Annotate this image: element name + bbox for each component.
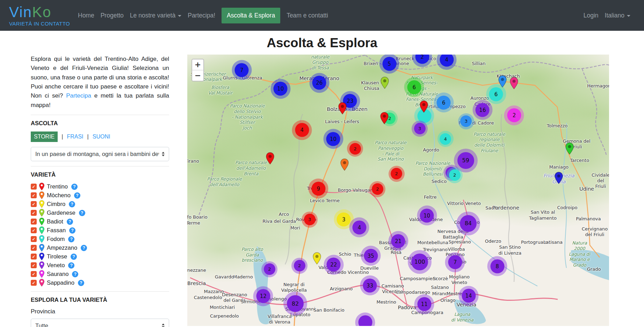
help-icon[interactable]: ? [67,219,73,225]
varieta-checkbox[interactable]: ✓ [31,184,37,190]
varieta-checkbox[interactable]: ✓ [31,210,37,216]
nav-item-partecipa[interactable]: Partecipa! [188,12,215,19]
map-cluster[interactable]: 3 [458,113,474,129]
map-cluster[interactable]: 9 [309,179,328,199]
nav-item-ascolta-esplora[interactable]: Ascolta & Esplora [222,8,280,23]
map-cluster[interactable]: 82 [283,292,307,315]
map-cluster[interactable]: 7 [445,252,465,272]
map-pin[interactable] [340,158,349,172]
varieta-checkbox[interactable]: ✓ [31,245,37,251]
map-cluster-count: 4 [440,133,451,145]
brand-logo[interactable]: VinKo VARIETÀ IN CONTATTO [9,5,70,26]
varieta-checkbox[interactable]: ✓ [31,271,37,277]
help-icon[interactable]: ? [74,192,80,199]
lake-garda [254,246,272,324]
map-cluster[interactable]: 10 [323,129,343,149]
map-cluster[interactable]: 10 [417,206,437,226]
map-cluster[interactable]: 2 [447,167,463,183]
map-cluster[interactable]: 4 [437,131,454,147]
map-zoom-out-button[interactable]: − [192,70,203,81]
map-cluster[interactable]: 7 [232,60,252,80]
map-pin[interactable] [554,172,563,186]
varieta-row: ✓ Sappadino? [31,279,169,286]
map-cluster-count: 5 [382,57,396,71]
varieta-checkbox[interactable]: ✓ [31,254,37,260]
map-pin[interactable] [565,142,574,156]
provincia-select[interactable]: Tutte [31,319,169,327]
map-cluster[interactable]: 10 [270,79,290,99]
map-pin[interactable] [419,100,428,114]
ascolta-heading: ASCOLTA [31,120,169,127]
map-cluster[interactable]: 16 [472,100,492,120]
variety-pin-icon [39,183,45,191]
map-cluster[interactable]: 2 [389,166,405,182]
help-icon[interactable]: ? [72,271,78,277]
nav-item-progetto[interactable]: Progetto [101,12,124,19]
map-cluster[interactable]: 2 [291,258,307,274]
map-cluster[interactable]: 100 [408,250,432,274]
help-icon[interactable]: ? [78,280,84,286]
map-cluster[interactable]: 6 [434,93,454,113]
map-cluster[interactable]: 22 [324,255,343,275]
login-link[interactable]: Login [584,12,599,19]
tab-suoni[interactable]: SUONI [93,134,110,140]
map-cluster[interactable]: 4 [349,218,369,237]
map-pin[interactable] [498,75,507,89]
map-cluster[interactable]: 8 [487,256,507,276]
map-cluster[interactable]: 2 [261,261,277,277]
map[interactable]: Glurns - GlorenzaMeran - MeranoBrixen - … [187,55,609,326]
map-pin[interactable] [509,77,519,91]
varieta-checkbox[interactable]: ✓ [31,192,37,198]
map-cluster[interactable]: 21 [388,231,408,251]
tab-frasi[interactable]: FRASI [67,134,83,140]
help-icon[interactable]: ? [68,262,74,269]
varieta-checkbox[interactable]: ✓ [31,201,37,207]
map-cluster[interactable]: 35 [361,246,381,266]
partecipa-link[interactable]: Partecipa [66,92,91,99]
help-icon[interactable]: ? [69,201,75,207]
map-pin[interactable] [266,152,275,166]
varieta-checkbox[interactable]: ✓ [31,262,37,268]
map-pin[interactable] [312,252,321,266]
varieta-checkbox[interactable]: ✓ [31,227,37,233]
help-icon[interactable]: ? [68,236,74,242]
map-cluster[interactable]: 33 [360,276,380,296]
varieta-row: ✓ Gardenese? [31,209,169,216]
nav-item-home[interactable]: Home [78,12,94,19]
language-selector[interactable]: Italiano [605,12,630,19]
map-pin[interactable] [380,77,389,91]
varieta-checkbox[interactable]: ✓ [31,236,37,242]
nav-item-label: Le nostre varietà [130,12,175,19]
help-icon[interactable]: ? [81,245,87,251]
nav-item-le-nostre-varieta[interactable]: Le nostre varietà [130,12,181,19]
map-cluster[interactable]: 11 [414,294,434,314]
map-cluster[interactable]: 2 [369,181,385,197]
map-cluster[interactable]: 2 [504,105,524,125]
map-cluster[interactable]: 26 [309,73,329,93]
map-cluster[interactable]: 12 [253,286,273,306]
nav-right: Login Italiano [580,12,634,19]
map-zoom-in-button[interactable]: + [192,59,203,70]
varieta-checkbox[interactable]: ✓ [31,219,37,225]
map-cluster[interactable]: 3 [412,121,428,137]
story-select[interactable]: In un paese di montagna, ogni sera i bam… [31,147,169,161]
help-icon[interactable]: ? [79,210,85,216]
tab-storie[interactable]: STORIE [31,131,58,142]
map-cluster[interactable]: 6 [404,77,424,97]
map-cluster[interactable]: 3 [302,212,318,228]
map-cluster[interactable]: 5 [379,55,399,74]
map-cluster-count: 2 [507,108,521,122]
nav-item-team-e-contatti[interactable]: Team e contatti [287,12,328,19]
varieta-checkbox[interactable]: ✓ [31,280,37,286]
map-pin[interactable] [338,102,347,116]
map-cluster[interactable]: 84 [456,212,480,235]
help-icon[interactable]: ? [71,254,77,260]
map-cluster[interactable]: 14 [459,286,479,306]
variety-pin-icon [39,279,45,287]
help-icon[interactable]: ? [71,184,78,190]
map-cluster[interactable]: 4 [292,120,312,140]
map-cluster[interactable]: 2 [347,141,363,157]
map-cluster-count: 21 [391,234,405,248]
map-pin[interactable] [380,112,389,126]
help-icon[interactable]: ? [69,227,75,234]
